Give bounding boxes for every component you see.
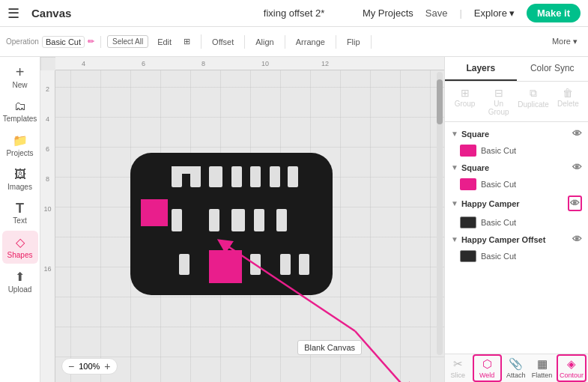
toolbar-operation-group: Operation Basic Cut ✏ xyxy=(6,36,101,48)
panel-actions: ⊞ Group ⊟ Un Group ⧉ Duplicate 🗑 Delete xyxy=(445,82,588,122)
contour-icon: ◈ xyxy=(567,357,576,371)
ungroup-label: Un Group xyxy=(484,100,513,116)
top-navigation: ☰ Canvas fixing offset 2* My Projects Sa… xyxy=(0,0,588,27)
zoom-controls: − 100% + xyxy=(61,358,118,375)
right-panel: Layers Color Sync ⊞ Group ⊟ Un Group ⧉ D… xyxy=(444,57,588,382)
cutout-12 xyxy=(276,209,287,231)
group-button[interactable]: ⊞ Group xyxy=(448,85,482,118)
cutout-16 xyxy=(299,254,309,275)
align-button[interactable]: Align xyxy=(251,35,278,49)
sidebar-item-upload-label: Upload xyxy=(8,285,32,294)
ruler-left: 2 4 6 8 10 16 xyxy=(40,70,55,382)
layer-group-name-square2: Square xyxy=(461,163,489,172)
sidebar-item-text[interactable]: T Text xyxy=(2,197,38,229)
canvas-area[interactable]: 4 6 8 10 12 2 4 6 8 10 16 xyxy=(40,57,444,382)
app-name: Canvas xyxy=(31,7,71,19)
chevron-icon: ▼ xyxy=(451,130,458,138)
hamburger-menu[interactable]: ☰ xyxy=(7,5,19,22)
layer-label-square2: Basic Cut xyxy=(481,180,582,189)
flatten-button[interactable]: ▦ Flatten xyxy=(529,354,555,382)
sidebar-item-shapes[interactable]: ◇ Shapes xyxy=(2,231,38,264)
more-button[interactable]: More ▾ xyxy=(548,34,582,49)
templates-icon: 🗂 xyxy=(14,100,26,113)
layer-group-header-square2[interactable]: ▼ Square 👁 xyxy=(445,159,588,176)
my-projects-link[interactable]: My Projects xyxy=(363,7,413,19)
delete-button[interactable]: 🗑 Delete xyxy=(551,85,585,118)
cutout-h-bar xyxy=(172,166,201,174)
weld-button[interactable]: ⬡ Weld xyxy=(473,354,502,382)
layer-item-happy-camper[interactable]: Basic Cut xyxy=(445,214,588,231)
explore-button[interactable]: Explore ▾ xyxy=(474,7,515,19)
edit-options-button[interactable]: ⊞ xyxy=(179,34,195,49)
contour-button[interactable]: ◈ Contour xyxy=(557,354,587,382)
happy-camper-shape[interactable] xyxy=(123,145,340,303)
eye-icon-happy-camper[interactable]: 👁 xyxy=(568,195,582,211)
save-button[interactable]: Save xyxy=(425,7,448,19)
layer-item-square1[interactable]: Basic Cut xyxy=(445,142,588,159)
delete-label: Delete xyxy=(557,100,579,108)
toolbar-edit-group: Edit ⊞ xyxy=(153,34,201,49)
tab-layers[interactable]: Layers xyxy=(445,57,517,81)
nav-divider: | xyxy=(459,7,461,19)
design-element[interactable] xyxy=(123,145,340,303)
layer-thumb-happy-camper-offset xyxy=(460,250,476,262)
new-icon: + xyxy=(16,64,25,79)
operation-value: Basic Cut xyxy=(42,36,85,48)
eye-icon-happy-camper-offset[interactable]: 👁 xyxy=(572,234,582,245)
select-all-button[interactable]: Select All xyxy=(107,35,148,48)
sidebar-item-templates-label: Templates xyxy=(3,115,37,123)
eye-icon-square2[interactable]: 👁 xyxy=(572,162,582,173)
document-title: fixing offset 2* xyxy=(264,7,324,19)
cutout-4 xyxy=(231,166,242,187)
layer-thumb-happy-camper xyxy=(460,216,476,228)
layer-item-square2[interactable]: Basic Cut xyxy=(445,176,588,192)
operation-pencil-icon[interactable]: ✏ xyxy=(88,37,94,46)
cutout-9 xyxy=(209,209,219,231)
toolbar-offset-group: Offset xyxy=(207,35,245,49)
slice-button[interactable]: ✂ Slice xyxy=(445,354,471,382)
sidebar-item-projects[interactable]: 📁 Projects xyxy=(2,129,38,162)
text-icon: T xyxy=(16,201,24,215)
ungroup-button[interactable]: ⊟ Un Group xyxy=(482,85,515,118)
offset-button[interactable]: Offset xyxy=(207,35,238,49)
zoom-out-button[interactable]: − xyxy=(67,360,76,372)
projects-icon: 📁 xyxy=(13,133,28,148)
attach-icon: 📎 xyxy=(509,357,523,371)
make-it-button[interactable]: Make it xyxy=(527,4,581,22)
vertical-scrollbar[interactable] xyxy=(437,72,443,355)
layer-item-happy-camper-offset[interactable]: Basic Cut xyxy=(445,248,588,264)
edit-button[interactable]: Edit xyxy=(153,35,176,49)
layer-group-header-square1[interactable]: ▼ Square 👁 xyxy=(445,125,588,142)
chevron-icon-2: ▼ xyxy=(451,163,458,172)
canvas-content[interactable] xyxy=(55,70,444,382)
attach-button[interactable]: 📎 Attach xyxy=(503,354,530,382)
tab-color-sync[interactable]: Color Sync xyxy=(517,57,589,81)
zoom-in-button[interactable]: + xyxy=(103,360,112,372)
sidebar-item-images[interactable]: 🖼 Images xyxy=(2,163,38,195)
sidebar-item-new[interactable]: + New xyxy=(2,60,38,94)
left-sidebar: + New 🗂 Templates 📁 Projects 🖼 Images T … xyxy=(0,57,40,382)
chevron-down-icon: ▾ xyxy=(509,7,515,19)
bottom-toolbar: ✂ Slice ⬡ Weld 📎 Attach ▦ Flatten ◈ Cont… xyxy=(445,354,588,382)
panel-tabs: Layers Color Sync xyxy=(445,57,588,82)
sidebar-item-templates[interactable]: 🗂 Templates xyxy=(2,95,38,127)
layer-group-header-happy-camper-offset[interactable]: ▼ Happy Camper Offset 👁 xyxy=(445,231,588,248)
arrange-button[interactable]: Arrange xyxy=(291,35,330,49)
ruler-top: 4 6 8 10 12 xyxy=(55,57,444,70)
zoom-level: 100% xyxy=(79,362,100,371)
layer-group-happy-camper: ▼ Happy Camper 👁 Basic Cut xyxy=(445,192,588,231)
layer-group-header-happy-camper[interactable]: ▼ Happy Camper 👁 xyxy=(445,192,588,214)
flip-button[interactable]: Flip xyxy=(342,35,365,49)
scrollbar-thumb xyxy=(437,79,443,124)
sidebar-item-text-label: Text xyxy=(13,216,26,225)
sidebar-item-upload[interactable]: ⬆ Upload xyxy=(2,265,38,298)
cutout-13 xyxy=(179,254,190,275)
flatten-icon: ▦ xyxy=(537,357,548,371)
cutout-7 xyxy=(288,166,298,187)
contour-label: Contour xyxy=(560,372,584,379)
duplicate-button[interactable]: ⧉ Duplicate xyxy=(515,85,551,118)
cutout-15 xyxy=(280,254,291,275)
layer-thumb-square1 xyxy=(460,145,476,157)
cutout-11 xyxy=(254,209,264,231)
eye-icon-square1[interactable]: 👁 xyxy=(572,128,582,139)
